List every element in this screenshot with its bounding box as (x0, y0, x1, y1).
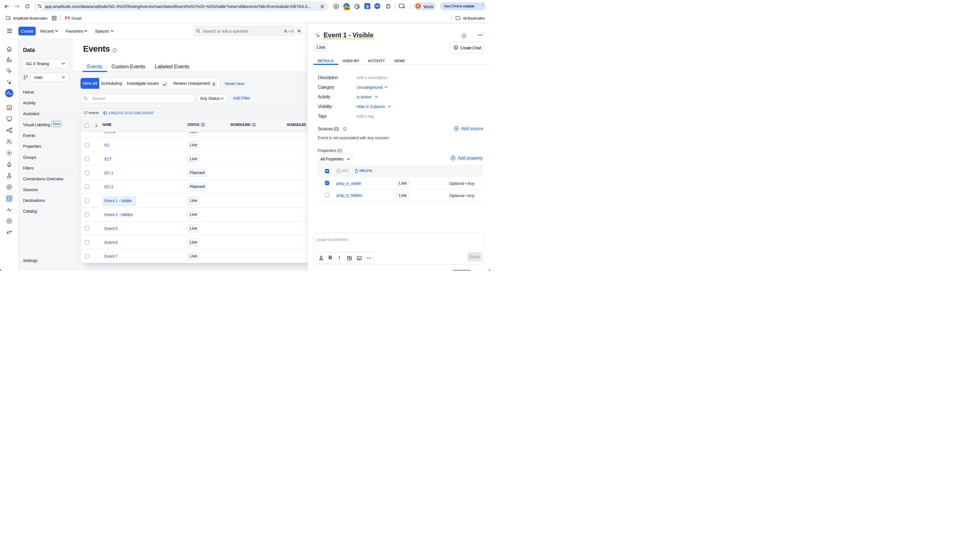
svg-text:A: A (335, 5, 337, 8)
